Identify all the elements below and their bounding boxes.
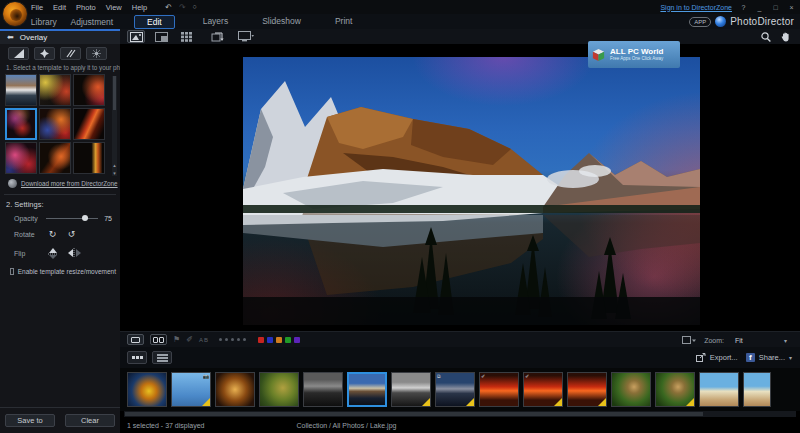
statusbar: 1 selected - 37 displayed Collection / A… — [120, 417, 800, 433]
rotate-canvas-button[interactable] — [208, 30, 226, 43]
color-label-1[interactable] — [267, 337, 273, 343]
thumb-lake-selected[interactable] — [347, 372, 387, 407]
template-overlay-amber-diagonal[interactable] — [39, 142, 71, 174]
download-more-link[interactable]: Download more from DirectorZone — [21, 180, 118, 187]
single-photo-mode-button[interactable] — [127, 334, 144, 345]
secondary-display-button[interactable] — [237, 30, 255, 43]
zoom-tool-icon[interactable] — [761, 32, 771, 42]
color-label-3[interactable] — [285, 337, 291, 343]
resize-movement-checkbox[interactable] — [10, 268, 14, 275]
rating-dot[interactable] — [237, 338, 240, 341]
menu-edit[interactable]: Edit — [53, 3, 66, 12]
redo-icon[interactable]: ↷ — [179, 3, 186, 12]
thumb-green-field[interactable] — [259, 372, 299, 407]
template-original-photo[interactable] — [5, 74, 37, 106]
rating-dot[interactable] — [225, 338, 228, 341]
filmstrip-view-button[interactable] — [127, 351, 147, 364]
compare-view-button[interactable] — [152, 30, 170, 43]
save-to-button[interactable]: Save to — [5, 414, 55, 427]
thumb-hamster-2[interactable] — [655, 372, 695, 407]
scroll-down-icon[interactable]: ▾ — [111, 170, 118, 176]
gradient-triangle-icon — [14, 49, 24, 58]
template-overlay-yellow-bar[interactable] — [73, 142, 105, 174]
tab-library[interactable]: Library — [25, 16, 63, 28]
scroll-up-icon[interactable]: ▴ — [111, 162, 118, 168]
signin-link[interactable]: Sign in to DirectorZone — [660, 4, 732, 11]
single-view-button[interactable] — [127, 30, 145, 43]
share-button[interactable]: f Share... ▾ — [746, 353, 792, 362]
menu-photo[interactable]: Photo — [76, 3, 96, 12]
dual-photo-mode-button[interactable] — [150, 334, 167, 345]
menu-file[interactable]: File — [31, 3, 43, 12]
directorzone-icon — [8, 179, 17, 188]
pen-icon[interactable]: ✐ — [186, 335, 193, 344]
rating-dot[interactable] — [243, 338, 246, 341]
star-rating-dots[interactable] — [219, 338, 246, 341]
template-overlay-yellow-red[interactable] — [39, 74, 71, 106]
rotate-cw-icon[interactable]: ↻ — [46, 228, 59, 241]
thumb-beach-1[interactable] — [699, 372, 739, 407]
flag-label-toolbar: ⚑ ✐ AB Zoom: Fit ▾ — [120, 331, 800, 347]
template-instruction: 1. Select a template to apply it to your… — [0, 62, 120, 74]
overlay-type-lightleak-button[interactable] — [34, 47, 55, 60]
tab-print[interactable]: Print — [329, 15, 358, 29]
tab-layers[interactable]: Layers — [197, 15, 235, 29]
thumb-hamster-1[interactable] — [611, 372, 651, 407]
color-label-2[interactable] — [276, 337, 282, 343]
back-arrow-icon[interactable]: ⬅ — [7, 33, 14, 42]
thumb-fire-2[interactable]: ✐ — [523, 372, 563, 407]
flag-badge-icon — [686, 398, 694, 406]
template-overlay-red-streak[interactable] — [73, 108, 105, 140]
template-scrollbar[interactable]: ▴ ▾ — [112, 76, 117, 176]
clear-button[interactable]: Clear — [65, 414, 115, 427]
help-icon[interactable]: ? — [739, 4, 748, 11]
tab-edit[interactable]: Edit — [134, 15, 175, 29]
maximize-icon[interactable]: □ — [771, 4, 780, 11]
rating-dot[interactable] — [219, 338, 222, 341]
thumb-sky-drops[interactable]: 📷 — [171, 372, 211, 407]
overlay-type-grain-button[interactable] — [60, 47, 81, 60]
color-labels[interactable] — [258, 337, 300, 343]
watermark-tagline: Free Apps One Click Away — [610, 56, 663, 62]
overlay-type-gradient-button[interactable] — [8, 47, 29, 60]
overlay-type-flare-button[interactable] — [86, 47, 107, 60]
opacity-slider-knob[interactable] — [82, 215, 88, 221]
zoom-dropdown[interactable]: Fit ▾ — [732, 337, 790, 344]
grid-view-button[interactable] — [177, 30, 195, 43]
flag-icon[interactable]: ⚑ — [173, 335, 180, 344]
rotate-ccw-icon[interactable]: ↺ — [65, 228, 78, 241]
template-overlay-rainbow-swirl[interactable] — [39, 108, 71, 140]
flip-vertical-icon[interactable] — [46, 247, 61, 259]
thumb-fire-3[interactable] — [567, 372, 607, 407]
thumb-lake-gray[interactable] — [391, 372, 431, 407]
menu-help[interactable]: Help — [132, 3, 147, 12]
menu-view[interactable]: View — [106, 3, 122, 12]
template-overlay-pink-leak[interactable] — [5, 142, 37, 174]
minimize-icon[interactable]: _ — [755, 4, 764, 11]
thumb-lake-dark[interactable]: ⧉ — [435, 372, 475, 407]
color-label-4[interactable] — [294, 337, 300, 343]
reset-icon[interactable]: ○ — [193, 3, 197, 12]
color-label-0[interactable] — [258, 337, 264, 343]
thumb-gold-swirl[interactable] — [215, 372, 255, 407]
undo-icon[interactable]: ↶ — [165, 3, 172, 12]
tab-slideshow[interactable]: Slideshow — [256, 15, 307, 29]
thumb-dark-panorama[interactable] — [303, 372, 343, 407]
photodirector-window: FileEditPhotoViewHelp ↶ ↷ ○ Sign in to D… — [0, 0, 800, 433]
thumbnail-size-icon[interactable] — [682, 336, 696, 345]
template-overlay-magenta-leak[interactable] — [5, 108, 37, 140]
tab-adjustment[interactable]: Adjustment — [65, 16, 120, 28]
watermark-title: ALL PC World — [610, 47, 663, 56]
close-icon[interactable]: × — [787, 4, 796, 11]
pan-hand-icon[interactable] — [781, 32, 790, 42]
list-view-button[interactable] — [152, 351, 172, 364]
thumb-sunflower[interactable] — [127, 372, 167, 407]
thumb-beach-2[interactable] — [743, 372, 771, 407]
photo-canvas[interactable] — [120, 44, 800, 331]
rating-dot[interactable] — [231, 338, 234, 341]
export-button[interactable]: Export... — [696, 353, 738, 362]
flip-horizontal-icon[interactable] — [67, 247, 82, 259]
opacity-slider[interactable] — [46, 214, 98, 222]
template-overlay-orange-edge[interactable] — [73, 74, 105, 106]
thumb-fire-1[interactable]: ✐ — [479, 372, 519, 407]
